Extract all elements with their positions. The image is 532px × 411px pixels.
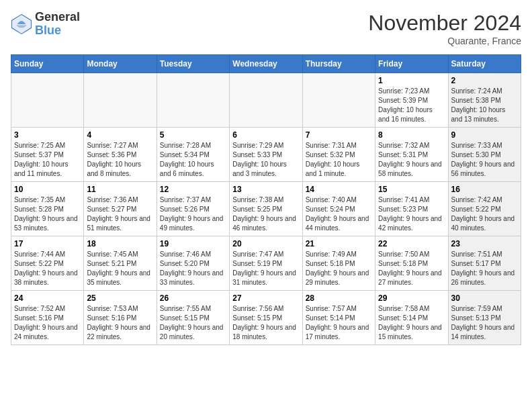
calendar-cell: 10Sunrise: 7:35 AM Sunset: 5:28 PM Dayli… [11, 182, 84, 236]
calendar-cell [11, 73, 84, 128]
day-header-thursday: Thursday [302, 55, 375, 73]
day-header-sunday: Sunday [11, 55, 84, 73]
calendar-cell: 3Sunrise: 7:25 AM Sunset: 5:37 PM Daylig… [11, 128, 84, 182]
day-info: Sunrise: 7:40 AM Sunset: 5:24 PM Dayligh… [306, 195, 372, 233]
calendar-cell: 11Sunrise: 7:36 AM Sunset: 5:27 PM Dayli… [84, 182, 157, 236]
day-info: Sunrise: 7:44 AM Sunset: 5:22 PM Dayligh… [14, 250, 81, 287]
calendar-cell: 7Sunrise: 7:31 AM Sunset: 5:32 PM Daylig… [302, 128, 375, 182]
day-info: Sunrise: 7:57 AM Sunset: 5:14 PM Dayligh… [306, 304, 372, 342]
calendar-cell: 21Sunrise: 7:49 AM Sunset: 5:18 PM Dayli… [302, 236, 375, 291]
calendar-cell: 2Sunrise: 7:24 AM Sunset: 5:38 PM Daylig… [448, 73, 521, 128]
day-number: 9 [451, 130, 518, 140]
calendar-cell: 14Sunrise: 7:40 AM Sunset: 5:24 PM Dayli… [302, 182, 375, 236]
day-number: 11 [87, 185, 153, 194]
page-header: General Blue November 2024 Quarante, Fra… [11, 11, 521, 46]
day-number: 27 [232, 293, 299, 303]
day-number: 2 [451, 76, 518, 85]
calendar-cell: 26Sunrise: 7:55 AM Sunset: 5:15 PM Dayli… [157, 291, 229, 345]
day-info: Sunrise: 7:32 AM Sunset: 5:31 PM Dayligh… [378, 141, 445, 179]
month-title: November 2024 [368, 11, 521, 36]
calendar-cell: 23Sunrise: 7:51 AM Sunset: 5:17 PM Dayli… [448, 236, 521, 291]
location: Quarante, France [368, 36, 521, 46]
day-header-friday: Friday [375, 55, 448, 73]
calendar-cell: 13Sunrise: 7:38 AM Sunset: 5:25 PM Dayli… [230, 182, 302, 236]
calendar-cell [302, 73, 375, 128]
day-number: 13 [232, 185, 299, 194]
day-number: 12 [160, 185, 226, 194]
day-info: Sunrise: 7:29 AM Sunset: 5:33 PM Dayligh… [232, 141, 299, 179]
day-info: Sunrise: 7:42 AM Sunset: 5:22 PM Dayligh… [451, 195, 518, 233]
day-number: 25 [87, 293, 153, 303]
calendar-cell [84, 73, 157, 128]
calendar-cell: 5Sunrise: 7:28 AM Sunset: 5:34 PM Daylig… [157, 128, 229, 182]
day-number: 30 [451, 293, 518, 303]
day-info: Sunrise: 7:56 AM Sunset: 5:15 PM Dayligh… [232, 304, 299, 342]
calendar-cell: 22Sunrise: 7:50 AM Sunset: 5:18 PM Dayli… [375, 236, 448, 291]
day-number: 10 [14, 185, 81, 194]
day-info: Sunrise: 7:25 AM Sunset: 5:37 PM Dayligh… [14, 141, 81, 179]
day-info: Sunrise: 7:49 AM Sunset: 5:18 PM Dayligh… [306, 250, 372, 287]
week-row-4: 17Sunrise: 7:44 AM Sunset: 5:22 PM Dayli… [11, 236, 521, 291]
day-info: Sunrise: 7:31 AM Sunset: 5:32 PM Dayligh… [306, 141, 372, 179]
day-info: Sunrise: 7:53 AM Sunset: 5:16 PM Dayligh… [87, 304, 153, 342]
title-block: November 2024 Quarante, France [368, 11, 521, 46]
day-number: 3 [14, 130, 81, 140]
logo-text: General Blue [35, 11, 80, 38]
logo: General Blue [11, 11, 80, 38]
day-number: 8 [378, 130, 445, 140]
week-row-3: 10Sunrise: 7:35 AM Sunset: 5:28 PM Dayli… [11, 182, 521, 236]
day-info: Sunrise: 7:45 AM Sunset: 5:21 PM Dayligh… [87, 250, 153, 287]
day-info: Sunrise: 7:58 AM Sunset: 5:14 PM Dayligh… [378, 304, 445, 342]
day-info: Sunrise: 7:27 AM Sunset: 5:36 PM Dayligh… [87, 141, 153, 179]
day-info: Sunrise: 7:51 AM Sunset: 5:17 PM Dayligh… [451, 250, 518, 287]
day-number: 19 [160, 239, 226, 248]
calendar-cell: 6Sunrise: 7:29 AM Sunset: 5:33 PM Daylig… [230, 128, 302, 182]
day-info: Sunrise: 7:28 AM Sunset: 5:34 PM Dayligh… [160, 141, 226, 179]
day-info: Sunrise: 7:47 AM Sunset: 5:19 PM Dayligh… [232, 250, 299, 287]
calendar-cell [230, 73, 302, 128]
week-row-2: 3Sunrise: 7:25 AM Sunset: 5:37 PM Daylig… [11, 128, 521, 182]
day-number: 23 [451, 239, 518, 248]
day-info: Sunrise: 7:38 AM Sunset: 5:25 PM Dayligh… [232, 195, 299, 233]
week-row-5: 24Sunrise: 7:52 AM Sunset: 5:16 PM Dayli… [11, 291, 521, 345]
day-number: 16 [451, 185, 518, 194]
day-info: Sunrise: 7:33 AM Sunset: 5:30 PM Dayligh… [451, 141, 518, 179]
day-number: 24 [14, 293, 81, 303]
day-number: 26 [160, 293, 226, 303]
day-info: Sunrise: 7:55 AM Sunset: 5:15 PM Dayligh… [160, 304, 226, 342]
calendar-cell: 20Sunrise: 7:47 AM Sunset: 5:19 PM Dayli… [230, 236, 302, 291]
day-number: 5 [160, 130, 226, 140]
calendar-cell: 24Sunrise: 7:52 AM Sunset: 5:16 PM Dayli… [11, 291, 84, 345]
day-number: 7 [306, 130, 372, 140]
day-info: Sunrise: 7:52 AM Sunset: 5:16 PM Dayligh… [14, 304, 81, 342]
calendar-cell: 18Sunrise: 7:45 AM Sunset: 5:21 PM Dayli… [84, 236, 157, 291]
day-number: 17 [14, 239, 81, 248]
calendar-cell: 16Sunrise: 7:42 AM Sunset: 5:22 PM Dayli… [448, 182, 521, 236]
day-info: Sunrise: 7:23 AM Sunset: 5:39 PM Dayligh… [378, 87, 445, 124]
day-header-saturday: Saturday [448, 55, 521, 73]
calendar-cell: 8Sunrise: 7:32 AM Sunset: 5:31 PM Daylig… [375, 128, 448, 182]
day-info: Sunrise: 7:41 AM Sunset: 5:23 PM Dayligh… [378, 195, 445, 233]
day-info: Sunrise: 7:37 AM Sunset: 5:26 PM Dayligh… [160, 195, 226, 233]
day-header-monday: Monday [84, 55, 157, 73]
header-row: SundayMondayTuesdayWednesdayThursdayFrid… [11, 55, 521, 73]
logo-general: General [35, 10, 80, 24]
day-number: 22 [378, 239, 445, 248]
day-info: Sunrise: 7:50 AM Sunset: 5:18 PM Dayligh… [378, 250, 445, 287]
day-header-tuesday: Tuesday [157, 55, 229, 73]
day-number: 15 [378, 185, 445, 194]
day-info: Sunrise: 7:35 AM Sunset: 5:28 PM Dayligh… [14, 195, 81, 233]
calendar-cell: 4Sunrise: 7:27 AM Sunset: 5:36 PM Daylig… [84, 128, 157, 182]
calendar-cell: 28Sunrise: 7:57 AM Sunset: 5:14 PM Dayli… [302, 291, 375, 345]
calendar-cell: 30Sunrise: 7:59 AM Sunset: 5:13 PM Dayli… [448, 291, 521, 345]
logo-icon [11, 13, 32, 35]
calendar-cell: 25Sunrise: 7:53 AM Sunset: 5:16 PM Dayli… [84, 291, 157, 345]
day-number: 6 [232, 130, 299, 140]
day-number: 18 [87, 239, 153, 248]
day-info: Sunrise: 7:59 AM Sunset: 5:13 PM Dayligh… [451, 304, 518, 342]
calendar-cell [157, 73, 229, 128]
calendar-cell: 29Sunrise: 7:58 AM Sunset: 5:14 PM Dayli… [375, 291, 448, 345]
calendar-cell: 12Sunrise: 7:37 AM Sunset: 5:26 PM Dayli… [157, 182, 229, 236]
calendar-cell: 17Sunrise: 7:44 AM Sunset: 5:22 PM Dayli… [11, 236, 84, 291]
calendar-cell: 9Sunrise: 7:33 AM Sunset: 5:30 PM Daylig… [448, 128, 521, 182]
